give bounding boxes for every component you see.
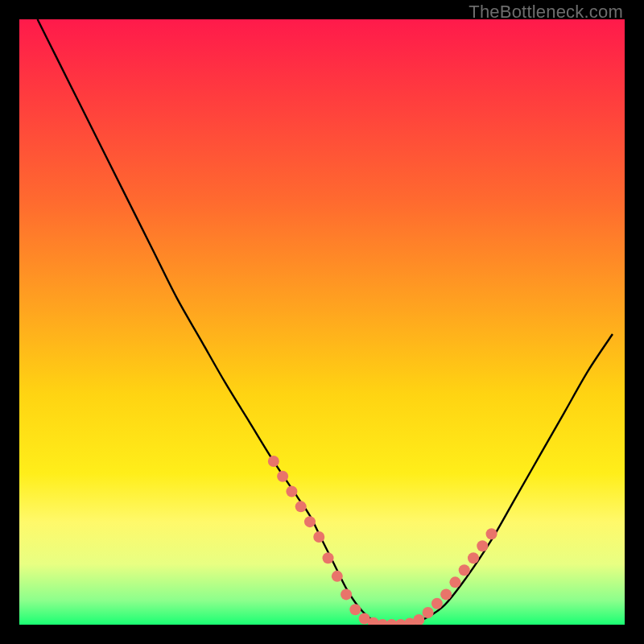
highlight-dot xyxy=(323,552,334,564)
watermark-text: TheBottleneck.com xyxy=(469,2,623,23)
highlight-dot xyxy=(423,607,434,618)
highlight-dot xyxy=(431,598,443,609)
highlight-dot xyxy=(332,571,343,582)
highlight-dot xyxy=(313,531,324,543)
highlight-dot xyxy=(349,604,361,615)
highlight-dot xyxy=(440,588,452,600)
chart-frame xyxy=(19,19,625,625)
highlight-dot xyxy=(477,540,488,551)
highlight-dot xyxy=(341,588,352,600)
highlight-dot xyxy=(304,516,316,527)
chart-svg xyxy=(19,19,625,625)
highlight-dot xyxy=(486,528,497,539)
highlight-dot xyxy=(295,501,307,512)
highlight-dot xyxy=(459,564,470,576)
highlight-dot xyxy=(468,552,479,564)
highlight-dot xyxy=(268,456,279,467)
highlight-dot xyxy=(277,471,288,482)
highlight-dot xyxy=(286,486,297,497)
highlight-dot xyxy=(449,576,460,588)
